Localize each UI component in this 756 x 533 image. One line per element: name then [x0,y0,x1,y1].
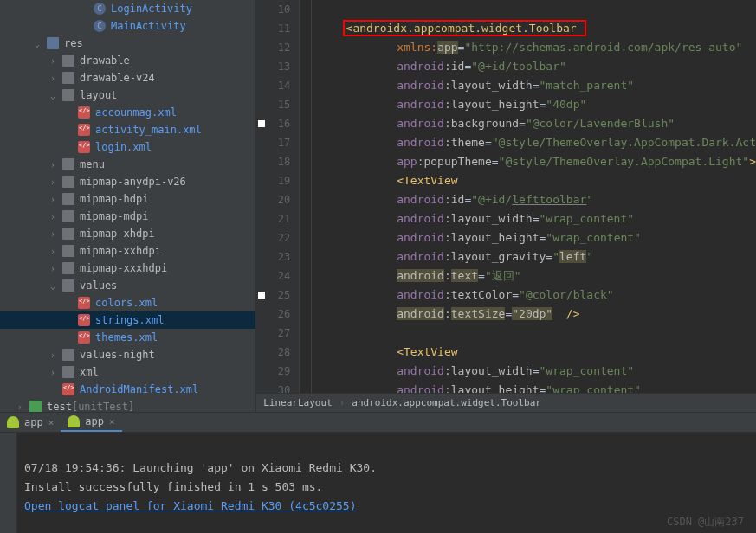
tree-item-label: layout [80,89,117,101]
line-number[interactable]: 13 [256,57,290,76]
code-line[interactable]: android:text="返回" [315,266,756,286]
tree-item-mipmap-anydpi-v26[interactable]: ›mipmap-anydpi-v26 [0,173,255,190]
tree-item-res[interactable]: ⌄res [0,35,255,52]
line-number[interactable]: 26 [256,305,290,324]
console-line: 07/18 19:54:36: Launching 'app' on Xiaom… [24,459,739,478]
line-number[interactable]: 30 [256,381,290,393]
tree-item-drawable[interactable]: ›drawable [0,52,255,69]
tree-item-login-xml[interactable]: login.xml [0,138,255,156]
tree-item-accounmag-xml[interactable]: accounmag.xml [0,104,255,121]
tree-item-values-night[interactable]: ›values-night [0,346,255,363]
line-number[interactable]: 18 [256,152,290,171]
tree-item-themes-xml[interactable]: themes.xml [0,329,255,346]
tree-item-strings-xml[interactable]: strings.xml [0,311,255,329]
breadcrumb[interactable]: LinearLayout › androidx.appcompat.widget… [256,393,756,412]
line-number[interactable]: 17 [256,133,290,152]
code-line[interactable]: <androidx.appcompat.widget.Toolbar [315,19,756,38]
code-line[interactable]: <TextView [315,171,756,190]
code-line[interactable]: android:id="@+id/toolbar" [315,57,756,76]
code-line[interactable] [315,0,756,19]
code-content[interactable]: <androidx.appcompat.widget.Toolbar xmlns… [312,0,756,393]
code-line[interactable] [315,324,756,343]
tree-item-colors-xml[interactable]: colors.xml [0,294,255,311]
code-line[interactable]: android:layout_gravity="left" [315,247,756,266]
line-number[interactable]: 14 [256,76,290,95]
tree-item-mainactivity[interactable]: CMainActivity [0,17,255,35]
line-gutter[interactable]: 1011121314151617181920212223242526272829… [256,0,300,393]
line-number[interactable]: 19 [256,171,290,190]
tree-item-label: mipmap-xhdpi [80,228,155,240]
tree-item-mipmap-xhdpi[interactable]: ›mipmap-xhdpi [0,225,255,242]
code-line[interactable]: android:layout_width="wrap_content" [315,209,756,228]
line-number[interactable]: 23 [256,247,290,266]
code-line[interactable]: android:layout_width="match_parent" [315,76,756,95]
chevron-right-icon: › [333,397,352,408]
tree-item-mipmap-xxhdpi[interactable]: ›mipmap-xxhdpi [0,242,255,260]
code-line[interactable]: android:layout_height="wrap_content" [315,381,756,393]
tree-item-activity-main-xml[interactable]: activity_main.xml [0,121,255,138]
line-number[interactable]: 25 [256,286,290,305]
chevron-icon: › [50,195,62,204]
tree-item-label: values [80,279,117,292]
run-tab-app[interactable]: app × [0,413,61,432]
line-number[interactable]: 15 [256,95,290,114]
line-number[interactable]: 11 [256,19,290,38]
tree-item-mipmap-hdpi[interactable]: ›mipmap-hdpi [0,190,255,208]
code-line[interactable]: android:background="@color/LavenderBlush… [315,114,756,133]
gutter-mark-icon [258,120,265,127]
tree-item-menu[interactable]: ›menu [0,156,255,173]
tree-item-loginactivity[interactable]: CLoginActivity [0,0,255,17]
code-line[interactable]: android:layout_width="wrap_content" [315,362,756,381]
fold-column[interactable] [300,0,312,393]
chevron-icon: ⌄ [35,39,47,48]
line-number[interactable]: 12 [256,38,290,57]
line-number[interactable]: 10 [256,0,290,19]
line-number[interactable]: 20 [256,190,290,209]
class-icon: C [94,20,106,32]
test-icon [29,401,42,412]
close-icon[interactable]: × [48,417,55,428]
tree-item-test[interactable]: ›test [unitTest] [0,398,255,412]
line-number[interactable]: 21 [256,209,290,228]
line-number[interactable]: 27 [256,324,290,343]
code-line[interactable]: android:layout_height="wrap_content" [315,228,756,247]
tree-item-values[interactable]: ⌄values [0,277,255,294]
code-line[interactable]: android:theme="@style/ThemeOverlay.AppCo… [315,133,756,152]
run-console[interactable]: 07/18 19:54:36: Launching 'app' on Xiaom… [0,433,756,533]
tree-item-androidmanifest-xml[interactable]: AndroidManifest.xml [0,381,255,398]
tree-item-mipmap-mdpi[interactable]: ›mipmap-mdpi [0,208,255,225]
code-line[interactable]: android:layout_height="40dp" [315,95,756,114]
tree-item-label: login.xml [95,141,152,153]
folder-icon [62,210,74,222]
project-tree[interactable]: CLoginActivityCMainActivity⌄res›drawable… [0,0,256,412]
code-line[interactable]: app:popupTheme="@style/ThemeOverlay.AppC… [315,152,756,171]
breadcrumb-item[interactable]: androidx.appcompat.widget.Toolbar [352,397,541,408]
tree-item-layout[interactable]: ⌄layout [0,87,255,104]
line-number[interactable]: 29 [256,362,290,381]
console-toolstrip[interactable] [0,433,17,533]
line-number[interactable]: 22 [256,228,290,247]
run-tab-app-active[interactable]: app × [61,413,121,432]
chevron-icon: › [50,247,62,256]
folder-icon [62,72,74,84]
logcat-link[interactable]: Open logcat panel for Xiaomi Redmi K30 (… [24,499,357,512]
xml-file-icon [78,106,90,119]
tree-item-label: mipmap-mdpi [80,210,148,222]
line-number[interactable]: 16 [256,114,290,133]
android-icon [68,415,80,427]
folder-icon [47,37,59,49]
line-number[interactable]: 24 [256,266,290,286]
code-line[interactable]: android:id="@+id/lefttoolbar" [315,190,756,209]
code-line[interactable]: <TextView [315,343,756,362]
tree-item-drawable-v24[interactable]: ›drawable-v24 [0,69,255,87]
close-icon[interactable]: × [109,416,115,427]
tree-item-xml[interactable]: ›xml [0,363,255,381]
tree-item-label: LoginActivity [111,3,192,15]
breadcrumb-item[interactable]: LinearLayout [263,397,332,408]
tree-item-label: activity_main.xml [95,124,202,136]
code-line[interactable]: xmlns:app="http://schemas.android.com/ap… [315,38,756,57]
code-line[interactable]: android:textSize="20dp" /> [315,305,756,324]
line-number[interactable]: 28 [256,343,290,362]
tree-item-mipmap-xxxhdpi[interactable]: ›mipmap-xxxhdpi [0,260,255,277]
code-line[interactable]: android:textColor="@color/black" [315,286,756,305]
